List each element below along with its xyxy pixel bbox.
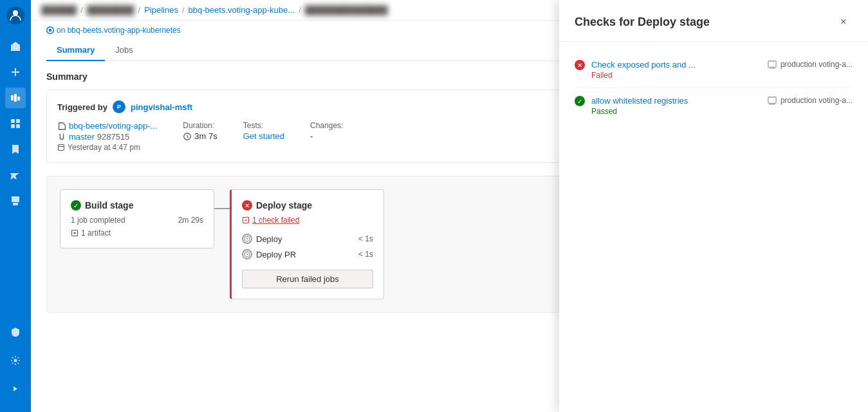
deploy-job-time: < 1s xyxy=(358,234,373,243)
check2-success-icon: ✓ xyxy=(575,96,585,106)
svg-rect-9 xyxy=(13,203,18,205)
panel-title: Checks for Deploy stage xyxy=(575,15,710,29)
checks-panel: Checks for Deploy stage × ✕ Check expose… xyxy=(559,0,868,412)
panel-header: Checks for Deploy stage × xyxy=(559,0,868,42)
breadcrumb-run: ██████████████ xyxy=(305,5,388,15)
svg-point-0 xyxy=(13,10,18,15)
check1-status: Failed xyxy=(591,71,757,80)
deploy-stage-header: ✕ Deploy stage xyxy=(242,200,373,211)
sidebar-item-boards[interactable] xyxy=(5,113,26,134)
build-stage-card: ✓ Build stage 1 job completed 2m 29s 1 a… xyxy=(60,189,214,248)
svg-rect-6 xyxy=(11,124,15,128)
check1-env-icon xyxy=(768,60,777,69)
check1-name[interactable]: Check exposed ports and ... xyxy=(591,60,757,70)
sidebar-item-home[interactable] xyxy=(5,36,26,57)
tab-summary[interactable]: Summary xyxy=(46,40,105,61)
job-row-deploy-pr: Deploy PR < 1s xyxy=(242,247,373,262)
panel-body: ✕ Check exposed ports and ... Failed pro… xyxy=(559,42,868,412)
build-stage-stats: 1 job completed 2m 29s xyxy=(71,216,203,225)
svg-rect-20 xyxy=(768,97,776,104)
triggerer-avatar: P xyxy=(113,100,125,113)
sidebar-item-add[interactable] xyxy=(5,62,26,82)
deploy-fail-icon: ✕ xyxy=(242,200,252,211)
triggerer-name[interactable]: pingvishal-msft xyxy=(131,102,192,112)
commit-hash: 9287515 xyxy=(97,132,130,142)
svg-rect-8 xyxy=(12,196,19,202)
duration-value: 3m 7s xyxy=(194,131,217,141)
tests-meta: Tests: Get started xyxy=(243,121,284,141)
check-item-1: ✕ Check exposed ports and ... Failed pro… xyxy=(575,52,853,88)
check2-status: Passed xyxy=(591,107,757,116)
svg-rect-4 xyxy=(11,119,15,123)
svg-rect-19 xyxy=(768,61,776,68)
deploy-pr-pending-icon xyxy=(242,249,252,259)
duration-meta: Duration: 3m 7s xyxy=(183,121,217,141)
sidebar-item-testplans[interactable] xyxy=(5,165,26,185)
build-jobs-completed: 1 job completed xyxy=(71,216,125,225)
sidebar xyxy=(0,0,31,412)
breadcrumb-org: ██████ xyxy=(41,5,77,15)
changes-value: - xyxy=(310,131,313,141)
repo-meta: bbq-beets/voting-app-... master 9287515 … xyxy=(57,121,157,152)
svg-rect-13 xyxy=(59,145,64,151)
run-date: Yesterday at 4:47 pm xyxy=(68,143,140,152)
connector-line xyxy=(214,208,230,209)
breadcrumb-project: ████████ xyxy=(87,5,134,15)
svg-rect-2 xyxy=(14,94,17,102)
user-avatar[interactable] xyxy=(6,6,24,24)
check-item-2: ✓ allow whitelisted registries Passed pr… xyxy=(575,88,853,124)
deploy-stage-card: ✕ Deploy stage 1 check failed xyxy=(230,189,384,299)
build-duration: 2m 29s xyxy=(178,216,203,225)
svg-rect-7 xyxy=(16,124,20,128)
sidebar-item-artifacts[interactable] xyxy=(5,191,26,211)
svg-point-10 xyxy=(14,359,17,362)
deploy-stage-name: Deploy stage xyxy=(256,200,312,211)
svg-rect-1 xyxy=(11,95,14,100)
breadcrumb-pipelines[interactable]: Pipelines xyxy=(144,5,178,15)
check2-env-icon xyxy=(768,96,777,105)
sidebar-item-settings[interactable] xyxy=(5,350,26,371)
sidebar-item-pipelines[interactable] xyxy=(5,88,26,108)
sidebar-item-repos[interactable] xyxy=(5,139,26,160)
check-failed-link[interactable]: 1 check failed xyxy=(242,216,373,225)
breadcrumb-pipeline-name[interactable]: bbq-beets.voting-app-kube... xyxy=(189,5,295,15)
sidebar-item-shield[interactable] xyxy=(5,322,26,342)
sidebar-logo xyxy=(5,5,26,26)
deploy-pr-job-time: < 1s xyxy=(358,250,373,259)
check1-fail-icon: ✕ xyxy=(575,60,585,70)
deploy-job-name: Deploy xyxy=(256,234,282,244)
stage-connector xyxy=(214,189,230,228)
repo-link-meta[interactable]: bbq-beets/voting-app-... xyxy=(69,121,157,131)
build-artifact: 1 artifact xyxy=(71,229,203,238)
svg-rect-3 xyxy=(17,97,20,100)
svg-rect-5 xyxy=(16,119,20,123)
branch-link[interactable]: master xyxy=(69,132,95,142)
sidebar-item-expand[interactable] xyxy=(5,379,26,399)
build-stage-header: ✓ Build stage xyxy=(71,200,203,211)
tab-jobs[interactable]: Jobs xyxy=(105,40,143,61)
build-success-icon: ✓ xyxy=(71,200,81,211)
main-content: ██████ / ████████ / Pipelines / bbq-beet… xyxy=(31,0,868,412)
check1-env: production voting-a... xyxy=(780,60,853,69)
tests-link[interactable]: Get started xyxy=(243,131,284,141)
changes-meta: Changes: - xyxy=(310,121,343,141)
check2-name[interactable]: allow whitelisted registries xyxy=(591,96,757,106)
artifact-count: 1 artifact xyxy=(81,229,111,238)
deploy-pr-job-name: Deploy PR xyxy=(256,250,296,259)
job-row-deploy: Deploy < 1s xyxy=(242,231,373,247)
build-stage-name: Build stage xyxy=(85,200,133,211)
deploy-job-pending-icon xyxy=(242,234,252,244)
svg-point-12 xyxy=(49,29,52,32)
check2-env: production voting-a... xyxy=(780,96,853,105)
panel-close-button[interactable]: × xyxy=(835,13,853,31)
rerun-failed-jobs-button[interactable]: Rerun failed jobs xyxy=(242,270,373,288)
